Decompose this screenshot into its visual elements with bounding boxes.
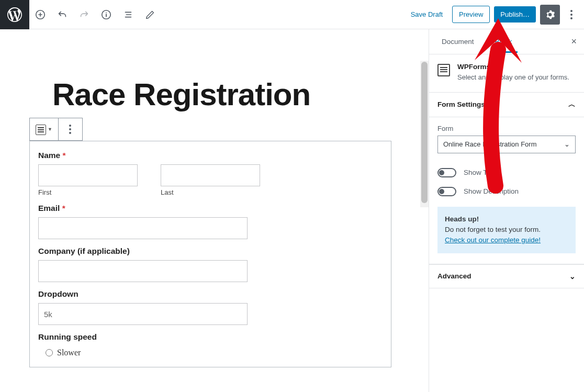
preview-button[interactable]: Preview [452, 6, 490, 23]
running-speed-option-slower[interactable]: Slower [38, 346, 383, 357]
show-title-toggle[interactable]: Show Title [437, 168, 576, 177]
email-input[interactable] [38, 217, 248, 239]
editor-scrollbar[interactable] [420, 61, 429, 207]
show-description-toggle[interactable]: Show Description [437, 187, 576, 196]
dropdown-select[interactable]: 5k [38, 303, 248, 325]
tab-document[interactable]: Document [436, 30, 479, 53]
chevron-up-icon: ︿ [568, 100, 576, 109]
save-draft-button[interactable]: Save Draft [406, 10, 448, 18]
content-info-icon[interactable] [95, 0, 117, 29]
panel-advanced-header[interactable]: Advanced ⌄ [429, 264, 584, 288]
form-select[interactable]: Online Race Registration Form ⌄ [437, 136, 576, 153]
block-toolbar: ▼ [29, 118, 83, 141]
field-label-email: Email * [38, 204, 383, 213]
field-label-company: Company (if applicable) [38, 247, 383, 256]
last-name-input[interactable] [161, 164, 260, 186]
undo-icon[interactable] [51, 0, 73, 29]
editor-canvas[interactable]: Race Registration ▼ Name * [0, 29, 429, 392]
close-sidebar-icon[interactable]: × [571, 36, 577, 47]
field-label-dropdown: Dropdown [38, 289, 383, 299]
company-input[interactable] [38, 260, 248, 282]
publish-button[interactable]: Publish… [494, 6, 536, 23]
redo-icon[interactable] [73, 0, 95, 29]
block-type-icon[interactable]: ▼ [30, 118, 59, 140]
form-preview-block[interactable]: Name * First Last Email * [29, 141, 391, 367]
last-name-sublabel: Last [161, 188, 260, 196]
complete-guide-link[interactable]: Check out our complete guide! [445, 236, 541, 244]
add-block-icon[interactable] [29, 0, 51, 29]
page-title[interactable]: Race Registration [52, 76, 402, 113]
heads-up-notice: Heads up! Do not forget to test your for… [437, 207, 576, 253]
field-label-name: Name * [38, 151, 383, 160]
settings-gear-icon[interactable] [540, 5, 560, 25]
block-more-icon[interactable] [59, 118, 82, 140]
edit-pencil-icon[interactable] [139, 0, 161, 29]
block-name: WPForms [457, 63, 569, 71]
block-description: Select and display one of your forms. [457, 73, 569, 83]
form-field-label: Form [437, 125, 576, 132]
block-nav-icon[interactable] [117, 0, 139, 29]
field-label-running-speed: Running speed [38, 332, 383, 342]
panel-form-settings-header[interactable]: Form Settings ︿ [429, 93, 584, 117]
editor-top-toolbar: Save Draft Preview Publish… [0, 0, 584, 29]
settings-sidebar: Document Block × WPForms Select and disp… [429, 29, 584, 392]
wordpress-logo[interactable] [0, 0, 29, 29]
chevron-down-icon: ⌄ [569, 272, 576, 281]
more-options-icon[interactable] [564, 5, 579, 25]
first-name-input[interactable] [38, 164, 138, 186]
tab-block[interactable]: Block [490, 30, 518, 53]
chevron-down-icon: ⌄ [564, 140, 570, 148]
wpforms-block-icon [437, 64, 450, 76]
first-name-sublabel: First [38, 188, 138, 196]
